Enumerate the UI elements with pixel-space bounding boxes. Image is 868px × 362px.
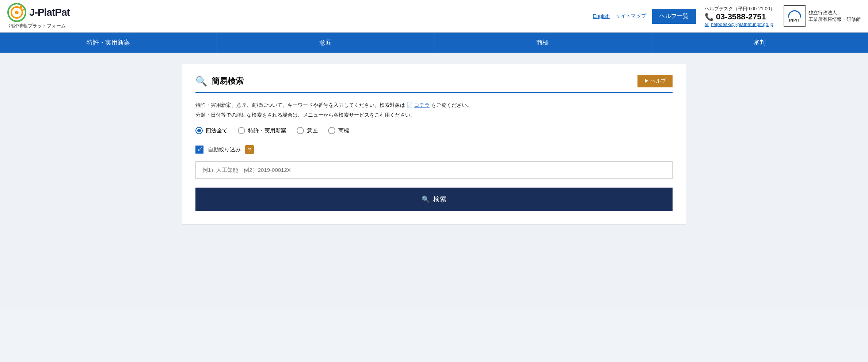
helpdesk-info: ヘルプデスク（平日9:00-21:00） 📞 03-3588-2751 ✉ he… bbox=[705, 5, 775, 27]
radio-label-all: 四法全て bbox=[206, 127, 228, 134]
checkbox-check-icon: ✓ bbox=[197, 147, 202, 152]
svg-point-2 bbox=[15, 11, 19, 14]
inpit-badge: INPIT bbox=[784, 5, 806, 27]
radio-patent[interactable]: 特許・実用新案 bbox=[238, 127, 286, 134]
helpdesk-label: ヘルプデスク（平日9:00-21:00） bbox=[705, 5, 775, 12]
nav-item-trial[interactable]: 審判 bbox=[651, 33, 868, 53]
inpit-logo: INPIT 独立行政法人 工業所有権情報・研修館 bbox=[784, 5, 861, 27]
inpit-org-name: 独立行政法人 工業所有権情報・研修館 bbox=[808, 10, 861, 23]
description-line1-end: をご覧ください。 bbox=[431, 102, 472, 108]
email-icon: ✉ bbox=[705, 22, 709, 27]
top-bar: J-PlatPat 特許情報プラットフォーム English サイトマップ ヘル… bbox=[0, 0, 868, 33]
radio-all[interactable]: 四法全て bbox=[195, 127, 228, 134]
sitemap-link[interactable]: サイトマップ bbox=[616, 13, 646, 19]
checkbox-label: 自動絞り込み bbox=[208, 146, 241, 153]
english-link[interactable]: English bbox=[593, 13, 610, 19]
radio-circle-patent bbox=[238, 127, 245, 134]
helpdesk-email[interactable]: ✉ helpdesk@j-platpat.inpit.go.jp bbox=[705, 22, 775, 27]
section-title-area: 🔍 簡易検索 bbox=[195, 76, 244, 87]
nav-bar: 特許・実用新案 意匠 商標 審判 bbox=[0, 33, 868, 53]
nav-item-trademark[interactable]: 商標 bbox=[434, 33, 651, 53]
helpdesk-phone-number: 03-3588-2751 bbox=[716, 12, 766, 22]
top-right-area: English サイトマップ ヘルプ一覧 ヘルプデスク（平日9:00-21:00… bbox=[593, 5, 861, 27]
radio-design[interactable]: 意匠 bbox=[297, 127, 318, 134]
description-doc-icon: 📄 bbox=[407, 102, 413, 108]
search-icon-large: 🔍 bbox=[195, 76, 207, 87]
main-content: 🔍 簡易検索 ▶ ヘルプ 特許・実用新案、意匠、商標について、キーワードや番号を… bbox=[0, 53, 868, 309]
radio-trademark[interactable]: 商標 bbox=[328, 127, 349, 134]
section-title: 簡易検索 bbox=[212, 76, 244, 87]
search-input-wrapper bbox=[195, 161, 673, 179]
description-link[interactable]: コチラ bbox=[414, 102, 430, 108]
helpdesk-phone: 📞 03-3588-2751 bbox=[705, 12, 775, 22]
radio-group: 四法全て 特許・実用新案 意匠 商標 bbox=[195, 127, 673, 134]
inpit-arch-icon bbox=[788, 10, 801, 18]
radio-circle-trademark bbox=[328, 127, 335, 134]
svg-point-4 bbox=[23, 9, 24, 11]
question-badge[interactable]: ? bbox=[245, 145, 254, 154]
search-input[interactable] bbox=[202, 167, 666, 173]
logo-text: J-PlatPat bbox=[29, 7, 70, 18]
radio-circle-design bbox=[297, 127, 304, 134]
auto-filter-checkbox[interactable]: ✓ bbox=[195, 146, 203, 154]
radio-label-design: 意匠 bbox=[307, 127, 318, 134]
logo-image: J-PlatPat bbox=[7, 3, 70, 22]
logo-subtitle: 特許情報プラットフォーム bbox=[7, 23, 70, 29]
search-btn-label: 検索 bbox=[433, 195, 446, 204]
logo-area: J-PlatPat 特許情報プラットフォーム bbox=[7, 3, 70, 29]
nav-item-design[interactable]: 意匠 bbox=[217, 33, 434, 53]
radio-label-patent: 特許・実用新案 bbox=[248, 127, 286, 134]
inpit-badge-text: INPIT bbox=[789, 18, 800, 22]
search-section: 🔍 簡易検索 ▶ ヘルプ 特許・実用新案、意匠、商標について、キーワードや番号を… bbox=[182, 64, 686, 225]
radio-circle-all bbox=[195, 127, 203, 134]
description-line1: 特許・実用新案、意匠、商標について、キーワードや番号を入力してください。検索対象… bbox=[195, 102, 405, 108]
email-address[interactable]: helpdesk@j-platpat.inpit.go.jp bbox=[711, 22, 773, 27]
nav-item-patent[interactable]: 特許・実用新案 bbox=[0, 33, 217, 53]
search-btn-icon: 🔍 bbox=[422, 195, 430, 203]
section-header: 🔍 簡易検索 ▶ ヘルプ bbox=[195, 75, 673, 93]
description-line2: 分類・日付等での詳細な検索をされる場合は、メニューから各検索サービスをご利用くだ… bbox=[195, 112, 415, 118]
phone-icon: 📞 bbox=[705, 12, 714, 21]
logo-icon bbox=[7, 3, 26, 22]
checkbox-row: ✓ 自動絞り込み ? bbox=[195, 145, 673, 154]
svg-point-3 bbox=[20, 5, 23, 8]
search-button[interactable]: 🔍 検索 bbox=[195, 188, 673, 211]
description-text: 特許・実用新案、意匠、商標について、キーワードや番号を入力してください。検索対象… bbox=[195, 100, 673, 120]
radio-label-trademark: 商標 bbox=[338, 127, 349, 134]
help-button[interactable]: ▶ ヘルプ bbox=[637, 75, 673, 87]
help-overview-button[interactable]: ヘルプ一覧 bbox=[652, 9, 696, 24]
top-links: English サイトマップ ヘルプ一覧 bbox=[593, 9, 696, 24]
